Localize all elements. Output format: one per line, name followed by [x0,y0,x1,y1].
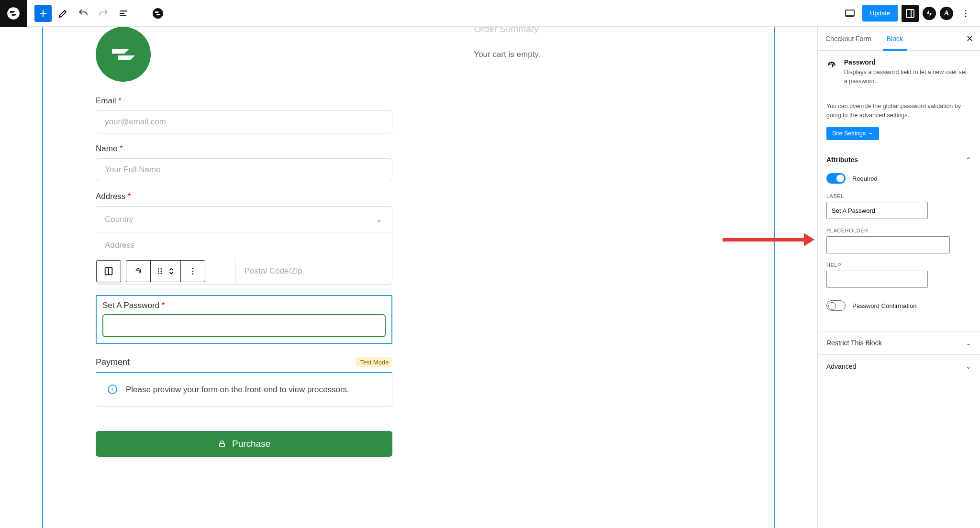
add-block-button[interactable] [34,5,52,22]
settings-sidebar: Checkout Form Block ✕ Password Displays … [817,27,980,528]
payment-message: Please preview your form on the front-en… [126,384,349,396]
svg-rect-26 [220,443,225,447]
tab-checkout-form[interactable]: Checkout Form [818,27,879,50]
surecart-icon[interactable] [149,5,167,22]
svg-point-24 [192,271,194,272]
cart-empty-text: Your cart is empty. [474,50,755,59]
svg-point-22 [160,273,162,274]
city-input[interactable] [96,258,236,284]
svg-point-14 [965,15,967,17]
block-title: Password [844,58,971,66]
country-placeholder: Country [105,215,134,224]
fingerprint-icon [826,58,837,72]
address-line-input[interactable]: Address [96,232,392,258]
attributes-section-toggle[interactable]: Attributes ⌃ [826,156,971,164]
svg-point-0 [7,7,20,20]
advanced-section[interactable]: Advanced ⌄ [818,354,980,378]
attributes-body: Required LABEL PLACEHOLDER HELP Password… [818,165,980,331]
document-overview-button[interactable] [115,5,132,22]
block-description-section: Password Displays a password field to le… [818,51,980,94]
parent-block-button[interactable] [97,261,121,282]
password-block-selected[interactable]: Set A Password * [96,295,392,344]
name-input[interactable] [96,158,392,181]
postal-input[interactable]: Postal Code/Zip [236,258,392,284]
help-input[interactable] [826,271,928,288]
required-asterisk: * [118,96,122,105]
preview-desktop-icon[interactable] [841,5,858,22]
update-button[interactable]: Update [862,5,898,22]
svg-point-6 [153,8,163,19]
astra-icon[interactable]: A [940,7,953,20]
edit-mode-button[interactable] [55,5,72,22]
placeholder-field-label: PLACEHOLDER [826,228,971,233]
required-asterisk: * [120,144,123,153]
kebab-menu-button[interactable] [957,5,974,22]
tab-block[interactable]: Block [879,27,911,50]
address-placeholder: Address [105,241,134,250]
chevron-down-icon: ⌄ [966,363,971,370]
chevron-down-icon: ⌄ [376,214,382,224]
svg-point-19 [158,271,159,272]
postal-placeholder: Postal Code/Zip [245,266,302,276]
password-confirmation-label: Password Confirmation [852,302,916,309]
svg-point-17 [158,268,159,270]
svg-point-12 [965,10,967,11]
svg-point-11 [925,9,934,17]
attributes-title: Attributes [826,156,858,164]
svg-point-13 [965,12,967,14]
password-input[interactable] [102,314,386,337]
address-label: Address [96,192,125,201]
editor-canvas[interactable]: Email * Name * Address * Country ⌄ [0,27,817,528]
purchase-label: Purchase [232,439,270,449]
name-field-block[interactable]: Name * [96,144,392,181]
purchase-button[interactable]: Purchase [96,431,392,457]
password-label: Set A Password [102,301,159,310]
block-description: Displays a password field to let a new u… [844,68,971,86]
password-confirmation-toggle[interactable] [826,300,846,311]
payment-block[interactable]: Payment Test Mode i Please preview your … [96,357,392,407]
app-logo[interactable] [0,0,27,27]
required-toggle[interactable] [826,173,846,184]
order-summary-title: Order Summary [474,27,538,34]
svg-rect-9 [906,10,914,17]
label-field-label: LABEL [826,193,971,199]
store-logo [96,27,151,82]
close-sidebar-button[interactable]: ✕ [959,27,980,50]
help-field-label: HELP [826,262,971,268]
restrict-block-section[interactable]: Restrict This Block ⌄ [818,331,980,354]
override-note: You can override the global password val… [826,102,971,121]
required-label: Required [852,175,878,182]
email-label: Email [96,96,116,105]
block-more-button[interactable] [181,261,205,282]
svg-rect-7 [846,10,854,16]
drag-handle-button[interactable] [151,261,181,282]
block-toolbar[interactable] [96,260,121,282]
jetpack-icon[interactable] [923,7,936,20]
svg-point-25 [192,273,194,275]
settings-panel-button[interactable] [902,5,919,22]
restrict-block-title: Restrict This Block [826,339,882,347]
address-field-block[interactable]: Address * Country ⌄ Address [96,192,392,285]
email-field-block[interactable]: Email * [96,96,392,133]
fingerprint-icon[interactable] [126,261,151,282]
block-toolbar-group[interactable] [126,260,205,282]
chevron-down-icon: ⌄ [966,339,971,347]
editor-topbar: Update A [0,0,980,27]
svg-point-20 [160,271,162,272]
site-settings-button[interactable]: Site Settings → [826,127,879,140]
name-label: Name [96,144,117,153]
chevron-up-icon: ⌃ [966,156,971,164]
override-note-section: You can override the global password val… [818,94,980,149]
required-asterisk: * [128,192,131,201]
placeholder-input[interactable] [826,236,950,253]
email-input[interactable] [96,110,392,133]
svg-point-18 [160,268,162,270]
country-select[interactable]: Country ⌄ [96,207,392,232]
undo-button[interactable] [75,5,92,22]
info-icon: i [108,385,117,394]
label-input[interactable] [826,202,928,219]
redo-button[interactable] [95,5,112,22]
test-mode-badge: Test Mode [356,357,392,367]
svg-point-21 [158,273,159,274]
advanced-title: Advanced [826,363,856,370]
